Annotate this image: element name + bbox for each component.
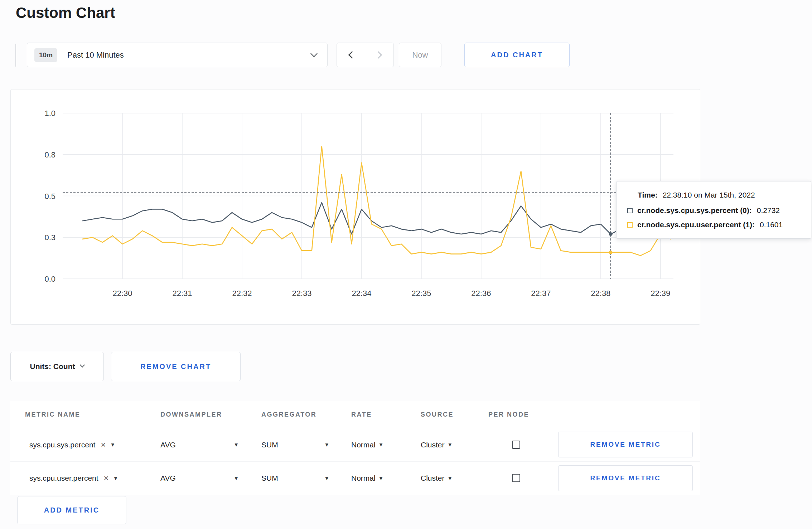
svg-text:22:33: 22:33 bbox=[292, 289, 311, 298]
chevron-down-icon bbox=[80, 363, 85, 368]
chevron-right-icon bbox=[374, 51, 382, 59]
svg-text:22:37: 22:37 bbox=[531, 289, 551, 298]
aggregator-select[interactable]: SUM ▾ bbox=[261, 462, 328, 495]
caret-down-icon: ▾ bbox=[114, 475, 117, 481]
rate-select[interactable]: Normal ▾ bbox=[351, 462, 382, 495]
units-select[interactable]: Units: Count bbox=[10, 352, 104, 381]
svg-text:22:35: 22:35 bbox=[411, 289, 431, 298]
now-button[interactable]: Now bbox=[399, 43, 441, 67]
add-chart-button[interactable]: ADD CHART bbox=[464, 43, 570, 67]
downsampler-value: AVG bbox=[160, 474, 176, 482]
remove-metric-button[interactable]: REMOVE METRIC bbox=[558, 432, 693, 457]
svg-text:22:31: 22:31 bbox=[172, 289, 192, 298]
metric-row: sys.cpu.sys.percent × ▾ AVG ▾ SUM ▾ Norm… bbox=[10, 428, 700, 461]
svg-text:0.5: 0.5 bbox=[44, 192, 55, 201]
source-value: Cluster bbox=[421, 474, 445, 482]
series-user-swatch-icon bbox=[627, 222, 633, 228]
clear-icon[interactable]: × bbox=[104, 474, 109, 482]
header-metric-name: METRIC NAME bbox=[25, 401, 81, 428]
tooltip-series-user-value: 0.1601 bbox=[760, 220, 783, 229]
chart-canvas[interactable]: 0.00.30.50.81.022:3022:3122:3222:3322:34… bbox=[11, 89, 700, 324]
rate-value: Normal bbox=[351, 474, 376, 482]
aggregator-value: SUM bbox=[261, 441, 278, 449]
source-value: Cluster bbox=[421, 441, 445, 449]
time-range-select[interactable]: 10m Past 10 Minutes bbox=[27, 43, 328, 67]
metric-name-value: sys.cpu.user.percent bbox=[29, 474, 98, 482]
svg-text:22:34: 22:34 bbox=[352, 289, 371, 298]
units-label: Units: Count bbox=[30, 362, 75, 371]
caret-down-icon: ▾ bbox=[325, 442, 328, 448]
chart-panel: 0.00.30.50.81.022:3022:3122:3222:3322:34… bbox=[10, 89, 700, 325]
page-title: Custom Chart bbox=[16, 4, 115, 21]
aggregator-value: SUM bbox=[261, 474, 278, 482]
toolbar-divider bbox=[15, 44, 16, 67]
chevron-left-icon bbox=[348, 51, 356, 59]
caret-down-icon: ▾ bbox=[325, 475, 328, 481]
source-select[interactable]: Cluster ▾ bbox=[421, 462, 451, 495]
header-rate: RATE bbox=[351, 401, 372, 428]
metrics-table: METRIC NAME DOWNSAMPLER AGGREGATOR RATE … bbox=[10, 401, 700, 495]
time-range-label: Past 10 Minutes bbox=[67, 50, 124, 60]
per-node-checkbox[interactable] bbox=[512, 474, 520, 482]
tooltip-time-label: Time: bbox=[638, 191, 658, 199]
metric-name-value: sys.cpu.sys.percent bbox=[29, 441, 95, 449]
tooltip-time-value: 22:38:10 on Mar 15th, 2022 bbox=[663, 191, 755, 199]
clear-icon[interactable]: × bbox=[101, 441, 106, 449]
rate-value: Normal bbox=[351, 441, 376, 449]
metric-row: sys.cpu.user.percent × ▾ AVG ▾ SUM ▾ Nor… bbox=[10, 461, 700, 495]
time-nav-group bbox=[337, 43, 394, 67]
series-sys-swatch-icon bbox=[627, 208, 633, 213]
svg-text:22:36: 22:36 bbox=[471, 289, 491, 298]
svg-text:0.3: 0.3 bbox=[44, 233, 55, 242]
svg-text:22:32: 22:32 bbox=[232, 289, 252, 298]
aggregator-select[interactable]: SUM ▾ bbox=[261, 428, 328, 461]
remove-metric-button[interactable]: REMOVE METRIC bbox=[558, 465, 693, 491]
header-source: SOURCE bbox=[421, 401, 454, 428]
source-select[interactable]: Cluster ▾ bbox=[421, 428, 451, 461]
chart-tooltip: Time: 22:38:10 on Mar 15th, 2022 cr.node… bbox=[616, 181, 811, 239]
svg-text:22:39: 22:39 bbox=[651, 289, 670, 298]
header-per-node: PER NODE bbox=[488, 401, 529, 428]
caret-down-icon: ▾ bbox=[449, 475, 452, 481]
time-forward-button[interactable] bbox=[365, 43, 394, 67]
remove-chart-button[interactable]: REMOVE CHART bbox=[111, 352, 241, 381]
header-downsampler: DOWNSAMPLER bbox=[160, 401, 222, 428]
svg-text:1.0: 1.0 bbox=[44, 109, 55, 118]
metrics-table-header: METRIC NAME DOWNSAMPLER AGGREGATOR RATE … bbox=[10, 401, 700, 428]
time-range-badge: 10m bbox=[34, 48, 57, 62]
tooltip-series-row: cr.node.sys.cpu.user.percent (1): 0.1601 bbox=[627, 220, 800, 229]
metric-name-select[interactable]: sys.cpu.user.percent × ▾ bbox=[29, 462, 117, 495]
downsampler-select[interactable]: AVG ▾ bbox=[160, 428, 238, 461]
tooltip-time-row: Time: 22:38:10 on Mar 15th, 2022 bbox=[638, 191, 800, 199]
caret-down-icon: ▾ bbox=[380, 442, 383, 448]
tooltip-series-sys-value: 0.2732 bbox=[757, 206, 780, 215]
caret-down-icon: ▾ bbox=[380, 475, 383, 481]
header-aggregator: AGGREGATOR bbox=[261, 401, 316, 428]
svg-text:0.8: 0.8 bbox=[44, 150, 55, 159]
caret-down-icon: ▾ bbox=[111, 442, 114, 448]
metric-name-select[interactable]: sys.cpu.sys.percent × ▾ bbox=[29, 428, 114, 461]
caret-down-icon: ▾ bbox=[449, 442, 452, 448]
caret-down-icon: ▾ bbox=[235, 442, 238, 448]
svg-text:22:30: 22:30 bbox=[112, 289, 132, 298]
svg-text:22:38: 22:38 bbox=[591, 289, 610, 298]
svg-text:0.0: 0.0 bbox=[44, 275, 55, 283]
downsampler-value: AVG bbox=[160, 441, 176, 449]
tooltip-series-row: cr.node.sys.cpu.sys.percent (0): 0.2732 bbox=[627, 206, 800, 215]
downsampler-select[interactable]: AVG ▾ bbox=[160, 462, 238, 495]
time-back-button[interactable] bbox=[337, 43, 365, 67]
tooltip-series-user-label: cr.node.sys.cpu.user.percent (1): bbox=[637, 220, 755, 229]
per-node-checkbox[interactable] bbox=[512, 441, 520, 449]
add-metric-button[interactable]: ADD METRIC bbox=[17, 496, 126, 524]
rate-select[interactable]: Normal ▾ bbox=[351, 428, 382, 461]
tooltip-series-sys-label: cr.node.sys.cpu.sys.percent (0): bbox=[637, 206, 752, 215]
caret-down-icon: ▾ bbox=[235, 475, 238, 481]
chevron-down-icon bbox=[310, 50, 318, 57]
